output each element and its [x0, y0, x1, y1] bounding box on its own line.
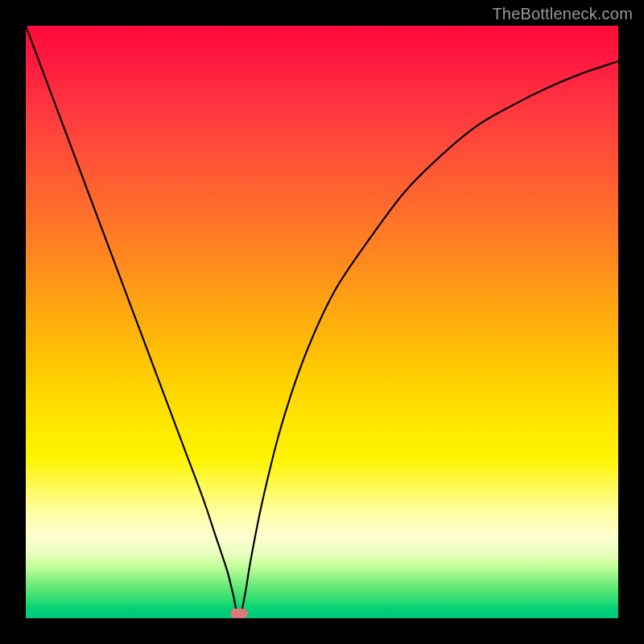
bottleneck-curve [26, 26, 618, 618]
optimal-point-marker [230, 609, 248, 618]
plot-area [26, 26, 618, 618]
watermark-text: TheBottleneck.com [492, 5, 633, 23]
chart-frame: TheBottleneck.com [0, 0, 644, 644]
